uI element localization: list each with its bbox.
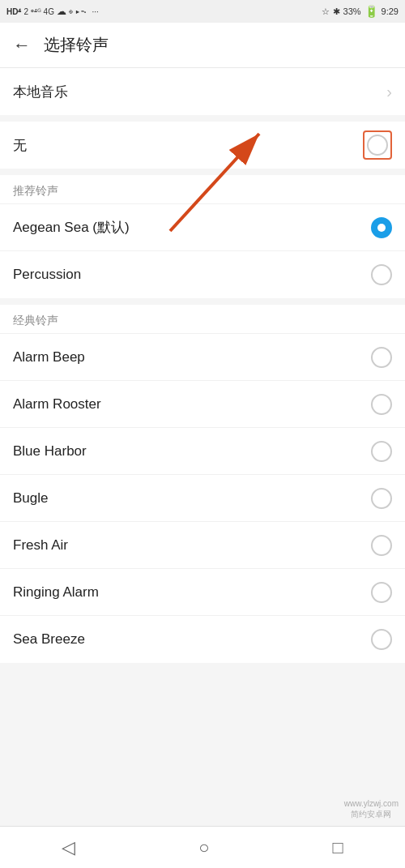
none-section: 无 [0,122,405,169]
local-music-item[interactable]: 本地音乐 › [0,68,405,115]
app-header: ← 选择铃声 [0,23,405,68]
alarm-beep-radio[interactable] [371,347,392,368]
bt-icon2: ✱ [333,6,340,17]
none-radio-highlight [363,130,392,160]
status-bar: HD⁴ 2 ᵒ⁴ᴳ 4G ☁ ◉ ▶ ᯓ ··· ☆ ✱ 33% 🔋 9:29 [0,0,405,23]
ringtone-alarm-rooster[interactable]: Alarm Rooster [0,381,405,428]
nav-bar: ◁ ○ □ [0,826,405,868]
hd-icon: HD⁴ [6,7,21,16]
percussion-label: Percussion [13,267,81,283]
battery-icon: 🔋 [364,5,378,18]
bugle-radio[interactable] [371,488,392,509]
sea-breeze-radio[interactable] [371,629,392,650]
blue-harbor-label: Blue Harbor [13,443,87,460]
status-left-icons: HD⁴ 2 ᵒ⁴ᴳ 4G ☁ ◉ ▶ ᯓ ··· [6,6,99,17]
recommended-header: 推荐铃声 [13,184,58,197]
page-title: 选择铃声 [44,34,109,56]
watermark: www.ylzwj.com 简约安卓网 [344,798,399,819]
status-right-info: ☆ ✱ 33% 🔋 9:29 [322,5,399,18]
sea-breeze-label: Sea Breeze [13,631,85,648]
ringing-alarm-label: Ringing Alarm [13,584,99,601]
recommended-header-row: 推荐铃声 [0,175,405,204]
signal-icon: 2 ᵒ⁴ᴳ 4G [23,7,53,16]
ringtone-aegean-sea[interactable]: Aegean Sea (默认) [0,204,405,251]
classic-header-row: 经典铃声 [0,305,405,334]
aegean-sea-label: Aegean Sea (默认) [13,218,130,237]
none-label: 无 [13,136,27,155]
back-button[interactable]: ← [13,35,31,56]
local-music-section: 本地音乐 › [0,68,405,115]
blue-harbor-radio[interactable] [371,441,392,462]
aegean-sea-radio[interactable] [371,217,392,238]
alarm-rooster-radio[interactable] [371,394,392,415]
alarm-rooster-label: Alarm Rooster [13,396,101,413]
fresh-air-label: Fresh Air [13,537,68,554]
ringtone-blue-harbor[interactable]: Blue Harbor [0,428,405,475]
classic-header: 经典铃声 [13,314,58,327]
nav-back-button[interactable]: ◁ [42,831,95,865]
content-area: 本地音乐 › 无 推荐铃声 Aegean Sea (默认) [0,68,405,718]
none-item[interactable]: 无 [0,122,405,169]
classic-section: 经典铃声 Alarm Beep Alarm Rooster Blue Harbo… [0,305,405,663]
media-icons: ◉ ▶ ᯓ [69,7,90,16]
bugle-label: Bugle [13,490,48,507]
recommended-section: 推荐铃声 Aegean Sea (默认) Percussion [0,175,405,298]
ringtone-bugle[interactable]: Bugle [0,475,405,522]
percussion-radio[interactable] [371,264,392,285]
fresh-air-radio[interactable] [371,535,392,556]
bluetooth-icon: ☆ [322,6,330,17]
more-icon: ··· [92,7,98,16]
time: 9:29 [382,6,399,16]
ringtone-alarm-beep[interactable]: Alarm Beep [0,334,405,381]
alarm-beep-label: Alarm Beep [13,349,85,366]
ringtone-sea-breeze[interactable]: Sea Breeze [0,616,405,663]
nav-home-button[interactable]: ○ [179,831,228,865]
chevron-right-icon: › [386,83,392,101]
local-music-label: 本地音乐 [13,83,68,101]
battery-percent: 33% [343,6,361,16]
ringtone-ringing-alarm[interactable]: Ringing Alarm [0,569,405,616]
nav-recent-button[interactable]: □ [313,831,363,865]
ringing-alarm-radio[interactable] [371,582,392,603]
none-radio[interactable] [367,135,388,156]
ringtone-percussion[interactable]: Percussion [0,251,405,298]
cloud-icon: ☁ [57,6,66,17]
ringtone-fresh-air[interactable]: Fresh Air [0,522,405,569]
